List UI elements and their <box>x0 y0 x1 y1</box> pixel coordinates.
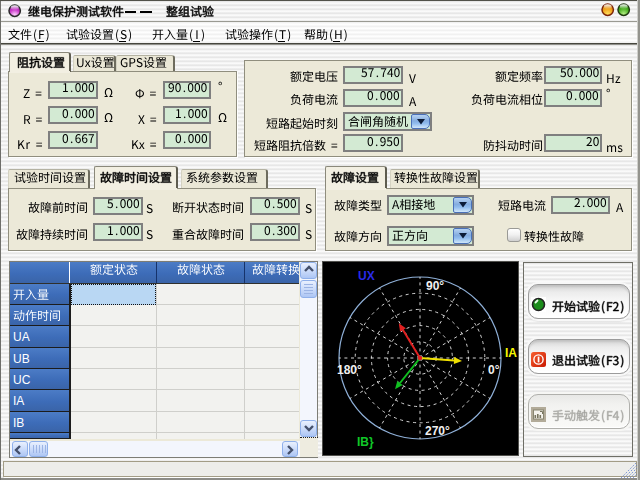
svg-text:90°: 90° <box>426 279 444 293</box>
svg-text:IA: IA <box>505 346 517 360</box>
svg-text:IB}: IB} <box>357 435 374 449</box>
svg-text:0°: 0° <box>488 363 500 377</box>
svg-text:180°: 180° <box>337 363 362 377</box>
svg-text:270°: 270° <box>425 424 450 438</box>
svg-text:UX: UX <box>358 269 375 283</box>
